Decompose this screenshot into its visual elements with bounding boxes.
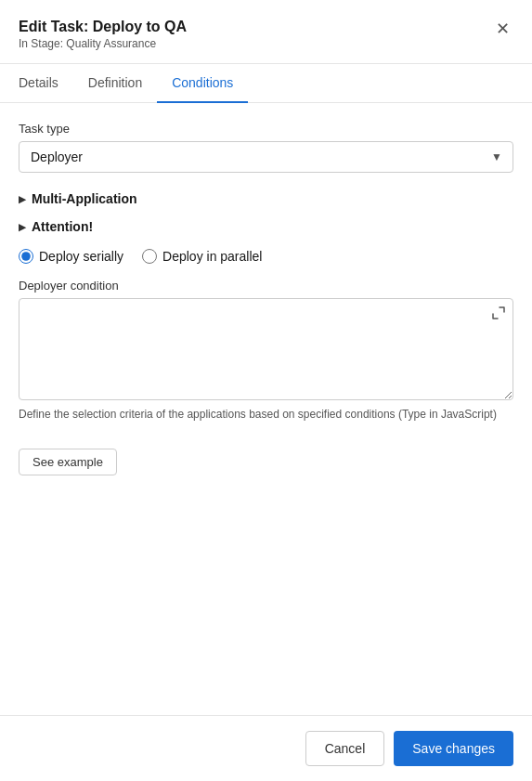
save-changes-button[interactable]: Save changes <box>394 731 513 766</box>
modal: Edit Task: Deploy to QA In Stage: Qualit… <box>0 0 532 781</box>
tab-definition[interactable]: Definition <box>73 64 157 103</box>
modal-title: Edit Task: Deploy to QA <box>19 19 187 35</box>
deployer-condition-label: Deployer condition <box>19 279 513 293</box>
modal-header: Edit Task: Deploy to QA In Stage: Qualit… <box>0 0 532 64</box>
modal-footer: Cancel Save changes <box>0 715 532 781</box>
collapse-arrow-icon-2: ▶ <box>19 222 26 232</box>
task-type-select-wrapper: Deployer ▼ <box>19 141 513 173</box>
attention-label: Attention! <box>32 219 93 234</box>
deploy-serially-radio[interactable] <box>19 249 33 264</box>
deploy-radio-group: Deploy serially Deploy in parallel <box>19 249 513 264</box>
deployer-condition-textarea-wrapper <box>19 298 513 403</box>
multi-application-section: ▶ Multi-Application <box>19 188 513 210</box>
deploy-parallel-option[interactable]: Deploy in parallel <box>142 249 262 264</box>
modal-title-block: Edit Task: Deploy to QA In Stage: Qualit… <box>19 19 187 50</box>
task-type-label: Task type <box>19 122 513 136</box>
multi-application-header[interactable]: ▶ Multi-Application <box>19 188 513 210</box>
modal-subtitle: In Stage: Quality Assurance <box>19 37 187 50</box>
attention-header[interactable]: ▶ Attention! <box>19 215 513 238</box>
deploy-serially-option[interactable]: Deploy serially <box>19 249 123 264</box>
deploy-parallel-radio[interactable] <box>142 249 157 264</box>
tab-conditions[interactable]: Conditions <box>157 64 248 103</box>
attention-section: ▶ Attention! <box>19 215 513 238</box>
deployer-condition-textarea[interactable] <box>19 298 513 400</box>
task-type-group: Task type Deployer ▼ <box>19 122 513 173</box>
close-button[interactable]: ✕ <box>492 19 513 39</box>
deployer-condition-hint: Define the selection criteria of the app… <box>19 407 513 423</box>
tab-details[interactable]: Details <box>19 64 73 103</box>
deployer-condition-group: Deployer condition Define the selection … <box>19 279 513 423</box>
modal-body: Task type Deployer ▼ ▶ Multi-Application… <box>0 103 532 715</box>
multi-application-label: Multi-Application <box>32 191 137 206</box>
deploy-parallel-label: Deploy in parallel <box>162 249 262 264</box>
tabs-bar: Details Definition Conditions <box>0 64 532 103</box>
task-type-select[interactable]: Deployer <box>19 141 513 173</box>
collapse-arrow-icon: ▶ <box>19 194 26 204</box>
see-example-button[interactable]: See example <box>19 449 117 475</box>
expand-textarea-button[interactable] <box>489 304 508 325</box>
cancel-button[interactable]: Cancel <box>305 731 385 766</box>
deploy-serially-label: Deploy serially <box>39 249 123 264</box>
